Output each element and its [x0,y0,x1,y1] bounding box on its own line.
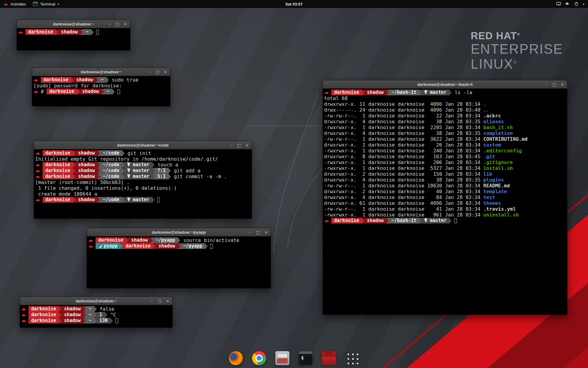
app-menu[interactable]: Terminal ▾ [29,0,62,8]
close-button[interactable]: × [560,82,564,87]
file-listing-text: drwx------. 24 darknoise darknoise 4096 … [324,107,483,113]
maximize-button[interactable]: □ [237,143,241,148]
terminal-content[interactable]: darknoiseshadow~/code git initInitialize… [34,149,252,219]
dock-icon-chrome[interactable] [251,350,267,366]
prompt-segment: ~/pyapp [153,237,178,243]
file-name: .git [483,154,495,159]
terminal-window[interactable]: darknoise@shadow:~–□×darknoiseshadow~ fa… [20,297,173,328]
prompt-segment: ~/code [100,162,122,168]
file-name: lib [483,171,492,177]
prompt-segment: shadow [156,243,178,249]
terminal-content[interactable]: darknoiseshadow~ falsedarknoiseshadow~1 … [20,305,172,328]
minimize-button[interactable]: – [148,70,152,74]
powerline-arrow-icon [153,243,156,249]
app-grid-icon [345,351,359,365]
terminal-window[interactable]: darknoise@shadow:~/bash-it–□×darknoisesh… [322,80,567,315]
powerline-arrow-icon [73,151,75,156]
terminal-line: darknoiseshadow~ false [21,306,172,312]
close-button[interactable]: × [245,143,249,148]
maximize-button[interactable]: □ [115,22,119,26]
prompt-segment: darknoise [43,162,73,168]
window-titlebar[interactable]: darknoise@shadow:~–□× [32,68,170,76]
file-name: plugins [483,177,504,183]
prompt-segment: shadow [75,168,97,174]
dock-icon-firefox[interactable] [228,350,244,366]
dock-icon-files[interactable] [274,350,291,366]
activities-button[interactable]: Activities [0,0,29,8]
display-icon [556,1,561,7]
terminal-icon [299,351,313,365]
desktop-windows: darknoise@shadow:~–□×darknoiseshadow~dar… [0,0,588,368]
close-button[interactable]: × [164,70,168,74]
powerline-arrow-icon [122,162,125,168]
prompt-segment: shadow [75,162,97,168]
file-listing-text: drwxrwxr-x. 2 darknoise darknoise 40 Jan… [324,189,483,194]
close-button[interactable]: × [166,299,170,303]
terminal-window[interactable]: darknoise@shadow:~/code–□×darknoiseshado… [34,141,252,219]
prompt-segment: ~ [86,306,94,312]
clock[interactable]: Sat 03:57 [282,0,306,8]
maximize-button[interactable]: □ [156,70,160,74]
prompt-segment: shadow [128,237,150,243]
redhat-prompt-icon [88,238,93,242]
powerline-arrow-icon [96,77,98,83]
file-name: README.md [483,183,510,189]
terminal-line: total 68 [324,95,567,101]
prompt-segment: shadow [61,312,83,318]
powerline-arrow-icon [178,238,180,243]
file-listing-text: -rwxrwxr-x. 1 darknoise darknoise 206 Ja… [324,159,483,165]
minimize-button[interactable]: – [150,299,154,303]
window-titlebar[interactable]: darknoise@shadow:~/code–□× [34,141,252,149]
prompt-segment: darknoise [41,77,71,83]
terminal-content[interactable]: darknoiseshadow~/pyapp source bin/activa… [87,236,271,288]
powerline-arrow-icon [122,197,125,203]
powerline-arrow-icon [83,318,86,324]
prompt-segment: ~/bash-it [389,218,419,224]
window-titlebar[interactable]: darknoise@shadow:~–□× [17,20,130,28]
file-name: .. [483,107,489,113]
file-name: template [483,189,507,194]
terminal-content[interactable]: darknoiseshadow~ sudo true[sudo] passwor… [32,76,170,106]
prompt-segment: ~/code [100,168,122,174]
minimize-button[interactable]: – [107,22,111,26]
maximize-button[interactable]: □ [552,82,556,87]
close-button[interactable]: × [264,230,268,235]
minimize-button[interactable]: – [229,143,233,148]
dock-icon-app-grid[interactable] [344,350,360,366]
window-controls: –□× [229,141,249,149]
terminal-line: darknoiseshadow~/code git init [35,150,251,156]
system-menu[interactable]: ▾ [552,0,588,8]
terminal-content[interactable]: darknoiseshadow~ [17,28,130,50]
prompt-segment: Ψ master [422,90,449,95]
terminal-line: darknoiseshadow~ sudo true [33,77,170,83]
powerline-arrow-icon [168,168,171,174]
terminal-line: [sudo] password for darknoise: [33,83,170,89]
close-button[interactable]: × [123,22,127,26]
minimize-button[interactable]: – [545,82,548,87]
chrome-icon [252,351,266,365]
maximize-button[interactable]: □ [158,299,162,303]
output-text: Initialized empty Git repository in /hom… [35,156,218,162]
minimize-button[interactable]: – [248,230,252,235]
terminal-line: darknoiseshadow~/bash-itΨ master ls -la [324,90,567,95]
window-titlebar[interactable]: darknoise@shadow:~/pyapp–□× [87,228,271,236]
file-name: CONTRIBUTING.md [483,136,528,142]
dock-icon-terminal[interactable] [297,350,314,366]
powerline-arrow-icon [152,174,155,179]
prompt-segment: darknoise [28,318,59,324]
redhat-prompt-icon [33,78,39,82]
redhat-prompt-icon [18,30,23,34]
window-titlebar[interactable]: darknoise@shadow:~/bash-it–□× [323,80,567,89]
prompt-segment: pyapp [96,243,120,249]
maximize-button[interactable]: □ [256,230,260,235]
prompt-segment: Ψ master [422,218,449,224]
terminal-window[interactable]: darknoise@shadow:~–□×darknoiseshadow~ su… [32,67,171,106]
dock-icon-toolbox[interactable] [321,350,337,366]
window-titlebar[interactable]: darknoise@shadow:~–□× [20,297,172,305]
file-listing-text: drwxrwxr-x. 4 darknoise darknoise 38 Jan… [324,119,483,125]
redhat-prompt-icon [35,169,40,173]
terminal-content[interactable]: darknoiseshadow~/bash-itΨ master ls -lat… [323,89,567,315]
terminal-window[interactable]: darknoise@shadow:~/pyapp–□×darknoiseshad… [87,228,271,289]
terminal-window[interactable]: darknoise@shadow:~–□×darknoiseshadow~ [17,20,130,51]
prompt-segment: shadow [74,77,96,83]
